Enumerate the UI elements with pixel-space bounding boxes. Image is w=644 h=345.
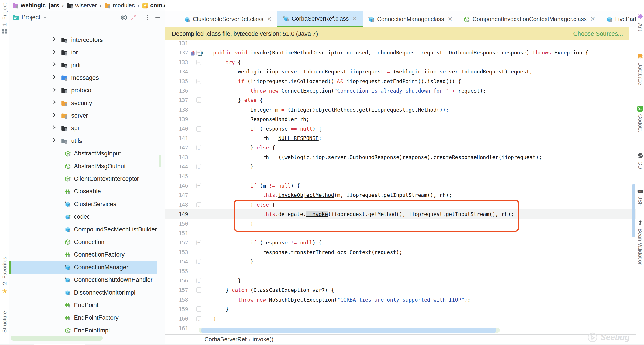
tree-item-AbstractMsgOutput[interactable]: AbstractMsgOutput (10, 160, 165, 173)
fold-close-marker[interactable]: ‸ (196, 306, 201, 312)
editor-vertical-scrollbar[interactable] (632, 184, 636, 237)
code-line-142[interactable]: 142‸ } else { (166, 143, 636, 152)
code-line-133[interactable]: 133– try { (166, 58, 636, 67)
code-line-138[interactable]: 138 Integer m = (Integer)objectMethods.g… (166, 105, 636, 115)
code-line-158[interactable]: 158 throw new NoSuchObjectException("COR… (166, 295, 636, 304)
fold-open-marker[interactable]: – (196, 240, 201, 245)
tree-item-utils[interactable]: utils (10, 135, 165, 147)
more-options-icon[interactable] (144, 14, 152, 21)
chevron-right-icon[interactable] (51, 125, 57, 132)
tree-item-EndPointImpl[interactable]: EndPointImpl (10, 324, 165, 337)
code-line-150[interactable]: 150 } (166, 219, 636, 228)
code-line-146[interactable]: 146– if (m != null) { (166, 181, 636, 190)
code-line-149[interactable]: 149 this.delegate._invoke(iioprequest.ge… (166, 209, 636, 219)
code-line-151[interactable]: 151 (166, 228, 636, 238)
tree-item-ClusterServices[interactable]: ❄ClusterServices (10, 198, 165, 210)
tool-stripe--favorites[interactable]: 2: Favorites★ (0, 257, 10, 295)
tool-stripe-ant[interactable]: ❋Ant (636, 13, 644, 31)
tool-stripe-jsf[interactable]: JSFJSF (636, 188, 644, 206)
code-line-143[interactable]: 143 rh = ((weblogic.iiop.server.Outbound… (166, 153, 636, 162)
fold-open-marker[interactable]: – (196, 50, 201, 55)
close-icon[interactable]: ✕ (352, 15, 357, 22)
tree-item-ConnectionShutdownHandler[interactable]: ❄ConnectionShutdownHandler (10, 274, 165, 286)
tree-item-security[interactable]: security (10, 97, 165, 109)
code-line-153[interactable]: 153 response.transferThreadLocalContext(… (166, 247, 636, 257)
locate-icon[interactable] (120, 14, 128, 21)
fold-open-marker[interactable]: – (196, 287, 201, 293)
tab-ClusterableServerRef.class[interactable]: ClusterableServerRef.class✕ (178, 11, 278, 27)
close-icon[interactable]: ✕ (590, 16, 595, 23)
chevron-right-icon[interactable] (51, 87, 57, 94)
fold-close-marker[interactable]: ‸ (196, 278, 201, 283)
fold-close-marker[interactable]: ‸ (196, 316, 201, 321)
fold-close-marker[interactable]: ‸ (196, 259, 201, 264)
tree-item-codec[interactable]: codec (10, 211, 165, 223)
code-editor[interactable]: 131132@–public void invoke(RuntimeMethod… (166, 40, 636, 334)
tree-item-server[interactable]: server (10, 109, 165, 122)
tree-item-EndPoint[interactable]: EndPoint (10, 299, 165, 311)
code-line-159[interactable]: 159‸ } (166, 304, 636, 314)
fold-open-marker[interactable]: – (196, 183, 201, 188)
fold-open-marker[interactable]: – (196, 126, 201, 132)
chevron-right-icon[interactable] (51, 74, 57, 81)
fold-close-marker[interactable]: ‸ (196, 98, 201, 103)
code-line-155[interactable]: 155 (166, 267, 636, 276)
code-line-144[interactable]: 144‸ } (166, 162, 636, 171)
tree-item-EndPointFactory[interactable]: EndPointFactory (10, 312, 165, 324)
code-line-141[interactable]: 141 rh = NULL_RESPONSE; (166, 134, 636, 143)
tree-item-protocol[interactable]: protocol (10, 84, 165, 97)
editor-horizontal-scrollbar[interactable] (201, 327, 496, 333)
tool-stripe--project[interactable]: 1: Project (0, 3, 10, 34)
tool-stripe-bean-validation[interactable]: Bean Validation (636, 220, 644, 266)
breadcrumb-item-modules[interactable]: modules (104, 2, 135, 9)
code-line-140[interactable]: 140– if (response == null) { (166, 124, 636, 134)
tool-stripe-cdi[interactable]: CDI (636, 153, 644, 170)
tree-item-spi[interactable]: spi (10, 122, 165, 135)
code-line-136[interactable]: 136 throw new ConnectException("Connecti… (166, 86, 636, 95)
tree-vertical-scrollbar[interactable] (159, 155, 161, 167)
tab-ConnectionManager.class[interactable]: ❄ConnectionManager.class✕ (363, 11, 458, 27)
code-line-154[interactable]: 154‸ } (166, 257, 636, 266)
code-line-156[interactable]: 156‸ } (166, 276, 636, 285)
tree-item-CompoundSecMechListBuilder[interactable]: CompoundSecMechListBuilder (10, 223, 165, 236)
tab-CorbaServerRef.class[interactable]: ❄CorbaServerRef.class✕ (278, 11, 363, 27)
code-line-132[interactable]: 132@–public void invoke(RuntimeMethodDes… (166, 48, 636, 57)
tree-item-Closeable[interactable]: Closeable (10, 185, 165, 198)
code-line-145[interactable]: 145 (166, 172, 636, 181)
chevron-right-icon[interactable] (51, 112, 57, 119)
code-line-147[interactable]: 147 this.invokeObjectMethod(m, iiopreque… (166, 190, 636, 200)
tree-item-messages[interactable]: messages (10, 72, 165, 84)
tree-item-DisconnectMonitorImpl[interactable]: DisconnectMonitorImpl (10, 286, 165, 299)
tree-item-ior[interactable]: ior (10, 46, 165, 59)
fold-close-marker[interactable]: ‸ (196, 164, 201, 169)
breadcrumb-item-weblogic_jars[interactable]: weblogic_jars (12, 2, 59, 9)
tree-item-Connection[interactable]: Connection (10, 236, 165, 248)
tree-item-jndi[interactable]: jndi (10, 59, 165, 72)
code-line-131[interactable]: 131 (166, 40, 636, 48)
code-line-152[interactable]: 152– if (response != null) { (166, 238, 636, 247)
chevron-right-icon[interactable] (51, 100, 57, 107)
code-line-137[interactable]: 137‸ } else { (166, 95, 636, 105)
fold-open-marker[interactable]: – (196, 60, 201, 65)
fold-close-marker[interactable]: ‸ (196, 202, 201, 207)
chevron-right-icon[interactable] (51, 49, 57, 56)
tree-item-ConnectionManager[interactable]: ❄ConnectionManager (10, 261, 165, 273)
close-icon[interactable]: ✕ (448, 16, 452, 23)
choose-sources-link[interactable]: Choose Sources... (573, 31, 623, 38)
overriding-method-icon[interactable] (189, 50, 195, 56)
bottom-breadcrumb-CorbaServerRef[interactable]: CorbaServerRef (204, 336, 246, 342)
code-line-139[interactable]: 139 ResponseHandler rh; (166, 115, 636, 124)
code-line-134[interactable]: 134 weblogic.iiop.server.InboundRequest … (166, 67, 636, 76)
tree-item-ConnectionFactory[interactable]: ConnectionFactory (10, 248, 165, 261)
chevron-right-icon[interactable] (51, 62, 57, 69)
chevron-down-icon[interactable] (42, 15, 48, 20)
chevron-right-icon[interactable] (51, 138, 57, 145)
tool-stripe-database[interactable]: Database (636, 54, 644, 85)
code-line-148[interactable]: 148‸ } else { (166, 200, 636, 209)
code-line-160[interactable]: 160‸} (166, 314, 636, 323)
chevron-right-icon[interactable] (51, 37, 57, 44)
code-line-135[interactable]: 135– if (!iioprequest.isCollocated() && … (166, 77, 636, 86)
tab-ComponentInvocationContextManager.class[interactable]: ComponentInvocationContextManager.class✕ (458, 11, 601, 27)
fold-close-marker[interactable]: ‸ (196, 145, 201, 150)
breadcrumb-item-wlserver[interactable]: wlserver (66, 2, 97, 9)
